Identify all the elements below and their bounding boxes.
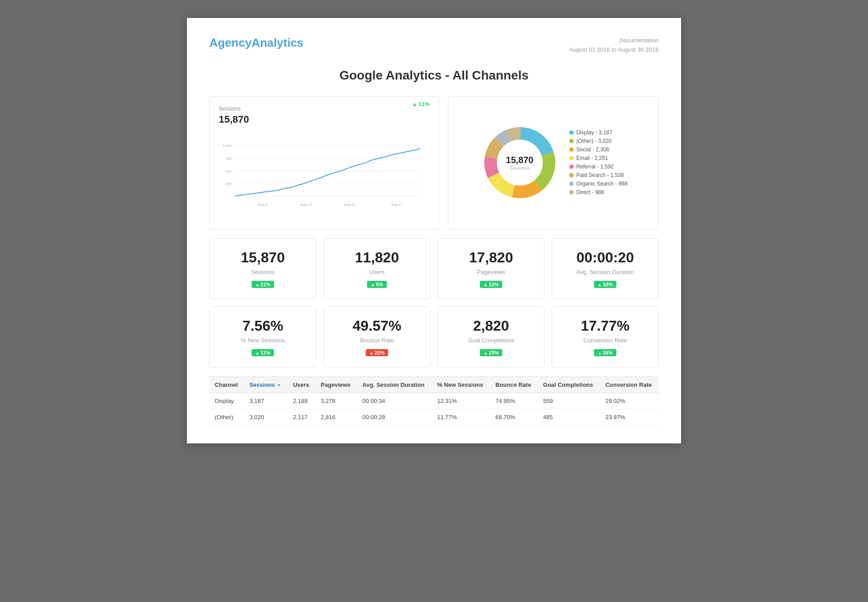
metric-badge: 5%: [367, 281, 386, 288]
legend-item: Direct - 988: [569, 189, 628, 195]
legend-label: Direct - 988: [576, 189, 604, 195]
legend-item: Email - 2,251: [569, 155, 628, 161]
charts-row: Sessions 15,870 ▲ 11% 1,000 750 500 2: [209, 96, 659, 229]
metric-label: Bounce Rate: [333, 337, 421, 344]
svg-text:500: 500: [226, 169, 232, 173]
data-table: ChannelSessions ▼UsersPageviewsAvg. Sess…: [209, 376, 659, 425]
legend-label: Referral - 1,592: [576, 164, 614, 170]
donut-wrapper: 15,870 Sessions: [479, 122, 560, 203]
header-meta-line2: August 01 2018 to August 30 2018: [569, 45, 659, 55]
legend-dot: [569, 164, 574, 169]
metrics-row-2: 7.56% % New Sessions 11% 49.57% Bounce R…: [209, 306, 659, 367]
cell-goal_completions: 559: [538, 393, 600, 409]
metric-value: 17,820: [447, 249, 535, 266]
col-header-channel: Channel: [209, 376, 244, 393]
metric-badge: 16%: [594, 349, 616, 356]
line-chart-svg: 1,000 750 500 250 Aug 6 Aug 13 Aug 20 Au…: [219, 130, 430, 220]
metric-value: 7.56%: [219, 318, 307, 334]
metric-badge: 11%: [252, 349, 274, 356]
cell-sessions: 3,020: [244, 409, 288, 425]
cell-conversion_rate: 29.02%: [600, 393, 659, 409]
metric-card-new_sessions: 7.56% % New Sessions 11%: [209, 306, 316, 367]
col-header-users: Users: [288, 376, 315, 393]
metric-label: Avg. Session Duration: [561, 269, 649, 275]
cell-bounce_rate: 68.70%: [490, 409, 538, 425]
metric-card-users: 11,820 Users 5%: [323, 238, 430, 299]
page-title: Google Analytics - All Channels: [209, 68, 659, 83]
line-chart-trend: ▲ 11%: [412, 101, 430, 107]
cell-pageviews: 3,278: [315, 393, 357, 409]
legend-label: Paid Search - 1,538: [576, 172, 624, 178]
metric-badge: 12%: [480, 281, 502, 288]
cell-sessions: 3,187: [244, 393, 288, 409]
metric-badge: 22%: [366, 349, 388, 356]
cell-channel: (Other): [209, 409, 244, 425]
legend-dot: [569, 190, 574, 195]
metric-value: 17.77%: [561, 318, 649, 334]
svg-text:750: 750: [226, 156, 232, 160]
donut-center-label: Sessions: [506, 165, 533, 171]
cell-channel: Display: [209, 393, 244, 409]
col-header-bounce_rate: Bounce Rate: [490, 376, 538, 393]
svg-text:250: 250: [226, 182, 232, 186]
metric-card-goal_completions: 2,820 Goal Completions 23%: [438, 306, 545, 367]
legend-item: Social - 2,306: [569, 146, 628, 153]
cell-bounce_rate: 74.95%: [490, 393, 538, 409]
cell-avg_session_duration: 00:00:28: [357, 409, 432, 425]
metric-label: Conversion Rate: [561, 337, 649, 344]
legend-item: Display - 3,187: [569, 129, 628, 136]
metric-card-sessions: 15,870 Sessions 11%: [209, 238, 316, 299]
cell-conversion_rate: 23.97%: [600, 409, 659, 425]
metric-label: Goal Completions: [447, 337, 535, 344]
metric-label: Users: [333, 269, 421, 275]
cell-pct_new_sessions: 12.31%: [432, 393, 490, 409]
header-meta: Documentation August 01 2018 to August 3…: [569, 36, 659, 55]
legend-dot: [569, 156, 574, 160]
legend-dot: [569, 147, 574, 152]
metric-label: Pageviews: [447, 269, 535, 275]
donut-legend: Display - 3,187 (Other) - 3,020 Social -…: [569, 129, 628, 195]
legend-label: Email - 2,251: [576, 155, 608, 161]
logo: AgencyAnalytics: [209, 36, 304, 50]
logo-light: Agency: [209, 36, 252, 49]
line-chart-value: 15,870 ▲ 11%: [219, 114, 430, 125]
page-container: AgencyAnalytics Documentation August 01 …: [187, 18, 681, 443]
legend-dot: [569, 173, 574, 177]
legend-item: Referral - 1,592: [569, 164, 628, 170]
metrics-row-1: 15,870 Sessions 11% 11,820 Users 5% 17,8…: [209, 238, 659, 299]
col-header-sessions[interactable]: Sessions ▼: [244, 376, 288, 393]
svg-text:Aug 6: Aug 6: [258, 202, 268, 206]
metric-card-bounce_rate: 49.57% Bounce Rate 22%: [323, 306, 430, 367]
legend-label: Organic Search - 988: [576, 181, 628, 187]
col-header-avg_session_duration: Avg. Session Duration: [357, 376, 432, 393]
legend-label: Social - 2,306: [576, 146, 609, 153]
cell-users: 2,117: [288, 409, 315, 425]
cell-goal_completions: 485: [538, 409, 600, 425]
svg-text:Aug 20: Aug 20: [344, 202, 356, 206]
donut-chart-box: 15,870 Sessions Display - 3,187 (Other) …: [448, 96, 659, 229]
legend-item: (Other) - 3,020: [569, 138, 628, 144]
legend-item: Paid Search - 1,538: [569, 172, 628, 178]
table-row: Display3,1872,1893,27800:00:3412.31%74.9…: [209, 393, 659, 409]
cell-users: 2,189: [288, 393, 315, 409]
legend-dot: [569, 181, 574, 186]
donut-center: 15,870 Sessions: [506, 155, 533, 171]
metric-value: 2,820: [447, 318, 535, 334]
cell-avg_session_duration: 00:00:34: [357, 393, 432, 409]
line-chart-label: Sessions: [219, 106, 430, 112]
metric-badge: 23%: [480, 349, 502, 356]
svg-text:1,000: 1,000: [222, 144, 232, 148]
table-row: (Other)3,0202,1172,81600:00:2811.77%68.7…: [209, 409, 659, 425]
col-header-conversion_rate: Conversion Rate: [600, 376, 659, 393]
metric-badge: 11%: [252, 281, 274, 288]
metric-badge: 18%: [594, 281, 616, 288]
line-chart-wrapper: 1,000 750 500 250 Aug 6 Aug 13 Aug 20 Au…: [219, 130, 430, 220]
metric-value: 11,820: [333, 249, 421, 266]
legend-dot: [569, 139, 574, 143]
donut-center-value: 15,870: [506, 155, 533, 165]
header-meta-line1: Documentation: [569, 36, 659, 45]
col-header-pct_new_sessions: % New Sessions: [432, 376, 490, 393]
svg-text:Aug 27: Aug 27: [391, 202, 403, 206]
metric-value: 00:00:20: [561, 249, 649, 266]
metric-card-pageviews: 17,820 Pageviews 12%: [438, 238, 545, 299]
